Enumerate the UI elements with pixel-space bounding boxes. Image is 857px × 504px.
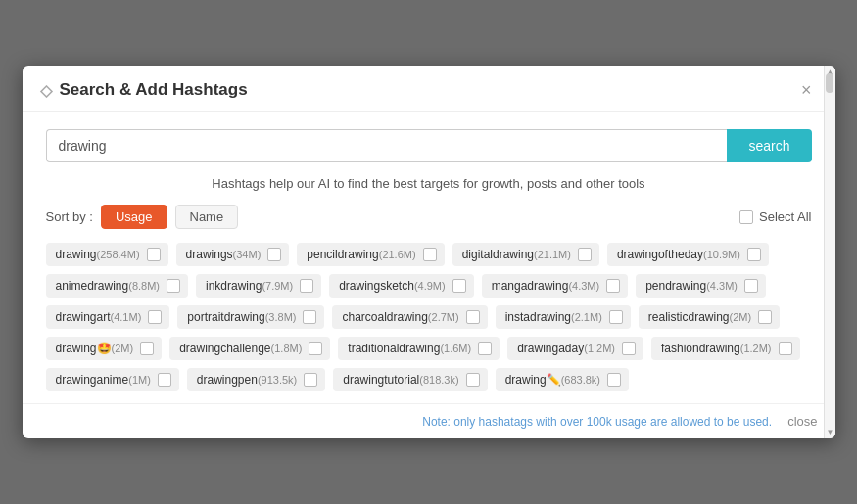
modal-title-text: Search & Add Hashtags [60, 80, 248, 100]
hashtag-item: portraitdrawing(3.8M) [177, 305, 324, 329]
hashtag-checkbox[interactable] [300, 279, 313, 293]
modal-body: search Hashtags help our AI to find the … [23, 112, 835, 403]
hashtag-checkbox[interactable] [578, 248, 592, 261]
select-all-label: Select All [759, 209, 811, 224]
hashtag-item: charcoaldrawing(2.7M) [332, 305, 487, 329]
hashtag-checkbox[interactable] [466, 310, 480, 324]
hashtag-count: (21.1M) [534, 249, 571, 260]
sort-by-name-button[interactable]: Name [175, 205, 239, 229]
hashtag-item: drawing✏️(683.8k) [496, 368, 629, 391]
hashtag-label: pencildrawing(21.6M) [307, 248, 415, 261]
hashtag-item: drawingpen(913.5k) [187, 368, 325, 391]
hashtag-checkbox[interactable] [304, 373, 317, 387]
hashtag-count: (1.6M) [440, 343, 471, 354]
scroll-down-arrow[interactable]: ▼ [825, 428, 835, 436]
hashtag-checkbox[interactable] [148, 310, 162, 324]
hashtag-label: drawingtutorial(818.3k) [343, 373, 458, 387]
hashtag-label: drawingsketch(4.9M) [339, 279, 446, 293]
search-button[interactable]: search [727, 129, 811, 162]
hashtag-count: (4.3M) [568, 280, 599, 292]
hashtag-checkbox[interactable] [423, 248, 437, 261]
hashtag-item: drawingoftheday(10.9M) [607, 243, 769, 266]
footer-close-button[interactable]: close [787, 414, 817, 429]
hashtag-checkbox[interactable] [622, 342, 636, 355]
hashtag-checkbox[interactable] [466, 373, 480, 387]
hashtag-checkbox[interactable] [779, 342, 792, 355]
hashtag-label: traditionaldrawing(1.6M) [348, 342, 471, 355]
hashtag-checkbox[interactable] [607, 373, 621, 387]
hashtags-grid: drawing(258.4M) drawings(34M) pencildraw… [46, 243, 812, 391]
hashtag-label: realisticdrawing(2M) [648, 310, 751, 324]
hashtag-label: drawing🤩(2M) [56, 342, 134, 355]
sort-row: Sort by : Usage Name Select All [46, 205, 812, 229]
hashtag-item: traditionaldrawing(1.6M) [338, 337, 500, 360]
hashtag-item: drawings(34M) [176, 243, 290, 266]
hashtag-checkbox[interactable] [609, 310, 623, 324]
hashtag-label: fashiondrawing(1.2M) [661, 342, 772, 355]
sort-options: Sort by : Usage Name [46, 205, 239, 229]
hashtag-checkbox[interactable] [744, 279, 758, 293]
hashtag-checkbox[interactable] [303, 310, 316, 324]
hashtag-checkbox[interactable] [267, 248, 281, 261]
modal-close-button[interactable]: × [795, 79, 818, 101]
hashtag-item: drawingaday(1.2M) [507, 337, 643, 360]
hashtag-checkbox[interactable] [478, 342, 492, 355]
hashtag-item: drawingtutorial(818.3k) [333, 368, 487, 391]
hashtag-label: instadrawing(2.1M) [505, 310, 602, 324]
hashtag-count: (8.8M) [128, 280, 160, 292]
select-all-row: Select All [738, 209, 811, 224]
modal-title: ◇ Search & Add Hashtags [40, 80, 248, 100]
hashtag-count: (21.6M) [379, 249, 416, 260]
hashtag-label: portraitdrawing(3.8M) [187, 310, 296, 324]
hashtag-item: digitaldrawing(21.1M) [452, 243, 599, 266]
hashtag-count: (2M) [112, 343, 134, 354]
hashtag-label: charcoaldrawing(2.7M) [342, 310, 458, 324]
hashtag-count: (1.2M) [584, 343, 615, 354]
scrollbar-thumb[interactable] [826, 73, 833, 93]
search-input[interactable] [46, 129, 728, 162]
hashtag-checkbox[interactable] [309, 342, 322, 355]
hashtag-count: (2.1M) [571, 311, 602, 323]
hashtag-checkbox[interactable] [452, 279, 466, 293]
hashtag-label: inkdrawing(7.9M) [206, 279, 293, 293]
hashtag-checkbox[interactable] [140, 342, 154, 355]
hashtag-label: drawingoftheday(10.9M) [617, 248, 740, 261]
diamond-icon: ◇ [40, 81, 52, 100]
hashtag-item: drawing(258.4M) [46, 243, 168, 266]
hashtag-count: (258.4M) [97, 249, 140, 260]
hashtag-label: drawings(34M) [186, 248, 262, 261]
hashtag-count: (34M) [233, 249, 262, 260]
hashtag-count: (4.1M) [111, 311, 142, 323]
search-row: search [46, 129, 812, 162]
select-all-checkbox[interactable] [739, 210, 753, 224]
hashtag-item: drawingsketch(4.9M) [329, 274, 474, 298]
hashtag-label: digitaldrawing(21.1M) [462, 248, 571, 261]
hashtag-label: pendrawing(4.3M) [645, 279, 738, 293]
hashtag-label: drawingart(4.1M) [56, 310, 142, 324]
hashtag-item: drawingart(4.1M) [46, 305, 170, 329]
modal-header: ◇ Search & Add Hashtags × [23, 66, 835, 112]
hashtag-checkbox[interactable] [747, 248, 761, 261]
hashtag-count: (2M) [730, 311, 752, 323]
hashtag-item: inkdrawing(7.9M) [196, 274, 321, 298]
hashtag-checkbox[interactable] [758, 310, 772, 324]
hashtag-count: (3.8M) [265, 311, 297, 323]
hashtag-label: drawing(258.4M) [56, 248, 140, 261]
hashtag-checkbox[interactable] [158, 373, 171, 387]
hashtag-checkbox[interactable] [606, 279, 620, 293]
hashtag-item: instadrawing(2.1M) [496, 305, 631, 329]
hashtag-checkbox[interactable] [167, 279, 180, 293]
hashtag-item: pendrawing(4.3M) [636, 274, 766, 298]
footer-note: Note: only hashatags with over 100k usag… [422, 415, 772, 429]
hashtag-item: drawinganime(1M) [46, 368, 179, 391]
sort-by-usage-button[interactable]: Usage [101, 205, 167, 229]
hashtag-checkbox[interactable] [147, 248, 161, 261]
hashtag-item: drawing🤩(2M) [46, 337, 163, 360]
scrollbar-track[interactable]: ▲ ▼ [824, 66, 835, 438]
hashtag-label: drawingpen(913.5k) [197, 373, 297, 387]
hashtag-count: (1M) [128, 374, 151, 386]
hashtag-count: (4.3M) [706, 280, 738, 292]
modal: ▲ ▼ ◇ Search & Add Hashtags × search Has… [23, 66, 835, 438]
hashtag-count: (10.9M) [703, 249, 740, 260]
hashtag-count: (683.8k) [561, 374, 600, 386]
